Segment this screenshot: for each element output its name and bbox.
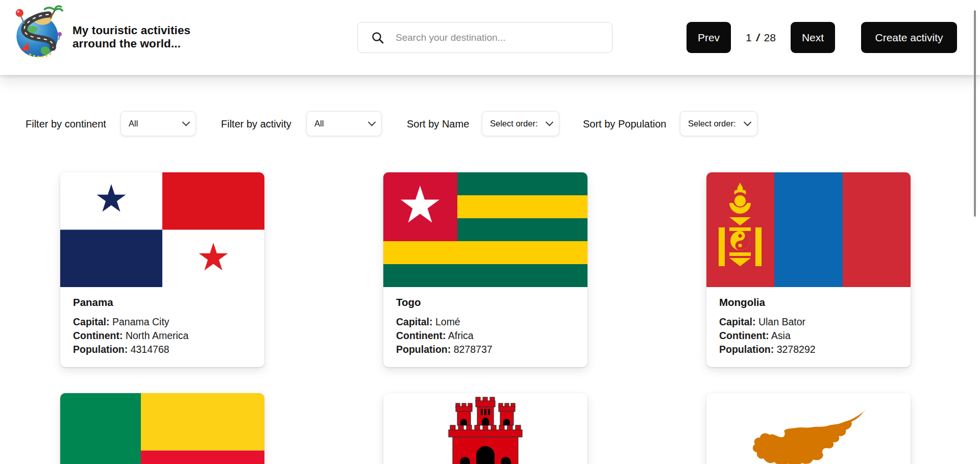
country-name: Panama	[73, 296, 252, 308]
page-title-line1: My touristic activities	[72, 24, 190, 38]
continent-line: Continent: Asia	[719, 329, 898, 343]
search-input[interactable]	[396, 32, 603, 43]
mongolia-flag-image	[706, 172, 911, 287]
page-indicator: 1 / 28	[737, 22, 785, 53]
country-name: Mongolia	[719, 296, 898, 308]
togo-flag-image	[383, 172, 587, 287]
sort-name-value: Select order:	[490, 119, 538, 128]
prev-button[interactable]: Prev	[687, 22, 731, 53]
population-label: Population:	[396, 344, 451, 355]
capital-value: Panama City	[112, 316, 169, 327]
population-label: Population:	[73, 344, 128, 355]
capital-label: Capital:	[719, 316, 756, 327]
filter-bar: Filter by continent All Filter by activi…	[0, 111, 980, 137]
capital-label: Capital:	[396, 316, 433, 327]
capital-label: Capital:	[73, 316, 110, 327]
population-value: 3278292	[777, 344, 816, 355]
continent-label: Continent:	[396, 330, 446, 341]
page-current: 1	[746, 32, 752, 44]
app-header: My touristic activities arround the worl…	[0, 0, 980, 75]
page-title: My touristic activities arround the worl…	[72, 24, 190, 51]
panama-flag-image	[60, 172, 264, 287]
continent-label: Continent:	[73, 330, 122, 341]
continent-line: Continent: North America	[73, 329, 252, 343]
vertical-scrollbar[interactable]	[974, 10, 976, 217]
country-cards-grid: Panama Capital: Panama City Continent: N…	[60, 172, 911, 464]
filter-activity-select[interactable]: All	[306, 111, 382, 136]
page-separator: /	[756, 32, 760, 44]
capital-line: Capital: Lomé	[396, 315, 575, 329]
chevron-down-icon	[368, 118, 376, 126]
benin-flag-image	[60, 393, 264, 464]
card-info: Mongolia Capital: Ulan Bator Continent: …	[706, 296, 911, 367]
cyprus-flag-image	[706, 393, 911, 464]
app-logo-travel-globe-icon	[11, 4, 63, 61]
country-card-gibraltar[interactable]	[383, 393, 587, 464]
filter-continent-select[interactable]: All	[120, 111, 196, 136]
page-title-line2: arround the world...	[72, 38, 190, 51]
card-info: Togo Capital: Lomé Continent: Africa Pop…	[383, 296, 587, 367]
sort-name-select[interactable]: Select order:	[482, 111, 559, 136]
country-card-benin[interactable]	[60, 393, 264, 464]
sort-population-label: Sort by Population	[583, 118, 666, 130]
gibraltar-flag-image	[383, 393, 587, 464]
card-info: Panama Capital: Panama City Continent: N…	[60, 296, 264, 367]
population-line: Population: 8278737	[396, 343, 575, 356]
continent-value: Asia	[771, 330, 791, 341]
filter-activity-label: Filter by activity	[221, 118, 291, 130]
population-line: Population: 3278292	[719, 343, 898, 356]
sort-population-select[interactable]: Select order:	[680, 111, 757, 136]
search-bar	[357, 22, 612, 53]
create-activity-button[interactable]: Create activity	[861, 22, 957, 53]
next-button[interactable]: Next	[791, 22, 835, 53]
country-card-mongolia[interactable]: Mongolia Capital: Ulan Bator Continent: …	[706, 172, 911, 367]
capital-value: Ulan Bator	[758, 316, 805, 327]
population-label: Population:	[719, 344, 774, 355]
capital-line: Capital: Panama City	[73, 315, 252, 329]
sort-name-label: Sort by Name	[407, 118, 469, 130]
country-card-cyprus[interactable]	[706, 393, 911, 464]
capital-line: Capital: Ulan Bator	[719, 315, 898, 329]
continent-value: Africa	[448, 330, 474, 341]
page-total: 28	[764, 32, 776, 44]
population-value: 8278737	[454, 344, 493, 355]
filter-activity-value: All	[314, 119, 324, 128]
continent-label: Continent:	[719, 330, 769, 341]
continent-line: Continent: Africa	[396, 329, 575, 343]
capital-value: Lomé	[435, 316, 460, 327]
chevron-down-icon	[546, 118, 554, 126]
filter-continent-value: All	[129, 119, 138, 128]
country-card-panama[interactable]: Panama Capital: Panama City Continent: N…	[60, 172, 264, 367]
country-card-togo[interactable]: Togo Capital: Lomé Continent: Africa Pop…	[383, 172, 587, 367]
search-icon	[371, 31, 384, 44]
filter-continent-label: Filter by continent	[26, 118, 106, 130]
country-name: Togo	[396, 296, 575, 308]
chevron-down-icon	[182, 118, 190, 126]
population-line: Population: 4314768	[73, 343, 252, 356]
continent-value: North America	[126, 330, 189, 341]
sort-population-value: Select order:	[688, 119, 736, 128]
population-value: 4314768	[131, 344, 169, 355]
chevron-down-icon	[744, 118, 752, 126]
app-page: My touristic activities arround the worl…	[0, 0, 980, 464]
